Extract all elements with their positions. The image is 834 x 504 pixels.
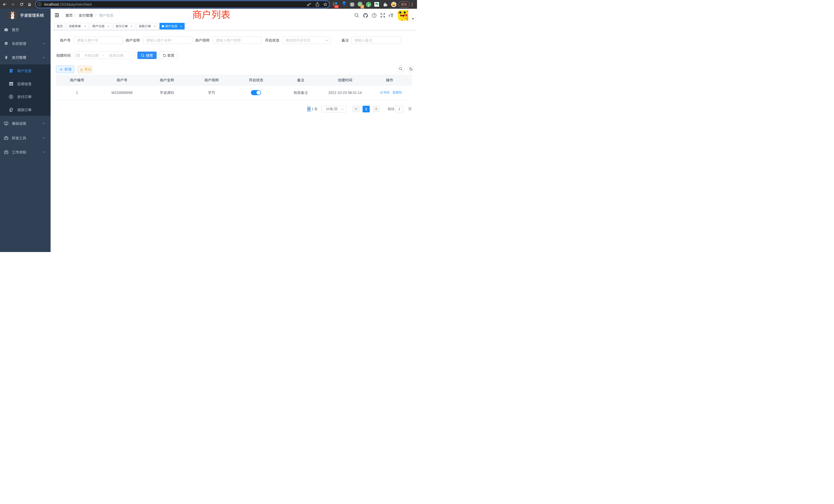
svg-text:y: y [368, 3, 370, 6]
svg-text:¥: ¥ [5, 55, 7, 60]
svg-text:¥: ¥ [10, 95, 12, 98]
